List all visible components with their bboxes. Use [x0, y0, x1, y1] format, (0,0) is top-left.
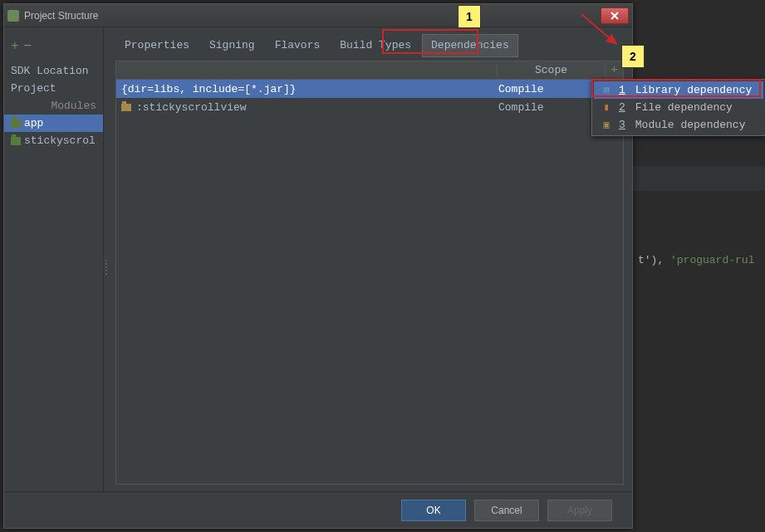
content-area: Properties Signing Flavors Build Types D…: [104, 27, 632, 491]
tab-build-types[interactable]: Build Types: [331, 34, 420, 57]
popup-hotkey: 3: [619, 119, 625, 131]
dialog-body: + − SDK Location Project Modules app sti…: [4, 27, 632, 491]
app-icon: [7, 10, 19, 22]
table-header: Scope +: [116, 61, 623, 80]
add-dependency-button[interactable]: +: [605, 63, 623, 77]
tabs: Properties Signing Flavors Build Types D…: [115, 34, 624, 57]
tab-flavors[interactable]: Flavors: [266, 34, 330, 57]
dependency-scope[interactable]: Compile: [492, 101, 600, 114]
tab-signing[interactable]: Signing: [200, 34, 264, 57]
remove-module-icon[interactable]: −: [24, 39, 32, 54]
add-module-icon[interactable]: +: [11, 39, 19, 54]
close-icon: [610, 11, 620, 21]
close-button[interactable]: [601, 7, 629, 24]
popup-label: Library dependency: [635, 84, 752, 96]
dependency-name: :stickyscrollview: [121, 101, 492, 114]
dialog-footer: OK Cancel Apply: [4, 491, 632, 528]
sidebar-module-sticky[interactable]: stickyscrol: [4, 132, 103, 149]
sidebar: + − SDK Location Project Modules app sti…: [4, 27, 104, 491]
cancel-button[interactable]: Cancel: [474, 500, 539, 521]
titlebar: Project Structure: [4, 4, 632, 27]
window-title: Project Structure: [24, 10, 98, 22]
col-scope: Scope: [497, 64, 605, 76]
tab-properties[interactable]: Properties: [115, 34, 199, 57]
table-row[interactable]: {dir=libs, include=[*.jar]} Compile ▼: [116, 80, 623, 98]
module-icon: [11, 137, 21, 145]
background-code: t'), 'proguard-rul: [638, 254, 754, 266]
sidebar-item-sdk-location[interactable]: SDK Location: [4, 62, 103, 80]
background-editor-strip: [633, 166, 765, 191]
popup-item-library-dependency[interactable]: m 1 Library dependency: [594, 81, 763, 99]
table-row[interactable]: :stickyscrollview Compile ▼: [116, 98, 623, 116]
dependency-scope[interactable]: Compile: [492, 83, 600, 95]
table-body: {dir=libs, include=[*.jar]} Compile ▼ :s…: [116, 80, 623, 484]
library-icon: m: [601, 85, 612, 96]
popup-label: Module dependency: [635, 119, 746, 131]
dependency-name: {dir=libs, include=[*.jar]}: [121, 83, 492, 95]
sidebar-module-label: stickyscrol: [24, 134, 96, 147]
popup-item-module-dependency[interactable]: ▣ 3 Module dependency: [594, 116, 763, 134]
dependencies-table: Scope + {dir=libs, include=[*.jar]} Comp…: [115, 61, 624, 485]
folder-icon: [121, 104, 131, 111]
apply-button[interactable]: Apply: [547, 500, 612, 521]
module-icon: [11, 120, 21, 128]
sidebar-modules-heading: Modules: [4, 97, 103, 115]
window-buttons: [601, 7, 629, 24]
folder-icon: ▣: [601, 119, 612, 131]
sidebar-module-app[interactable]: app: [4, 115, 103, 132]
popup-hotkey: 2: [619, 101, 625, 114]
popup-hotkey: 1: [619, 84, 625, 96]
add-dependency-popup: m 1 Library dependency ▮ 2 File dependen…: [591, 79, 765, 136]
popup-label: File dependency: [635, 101, 733, 114]
file-icon: ▮: [601, 101, 612, 114]
popup-item-file-dependency[interactable]: ▮ 2 File dependency: [594, 99, 763, 116]
sidebar-toolbar: + −: [4, 36, 103, 62]
project-structure-dialog: Project Structure + − SDK Location Proje…: [3, 3, 633, 529]
sidebar-item-project[interactable]: Project: [4, 80, 103, 97]
tab-dependencies[interactable]: Dependencies: [422, 34, 518, 57]
ok-button[interactable]: OK: [401, 500, 466, 521]
sidebar-module-label: app: [24, 117, 43, 129]
